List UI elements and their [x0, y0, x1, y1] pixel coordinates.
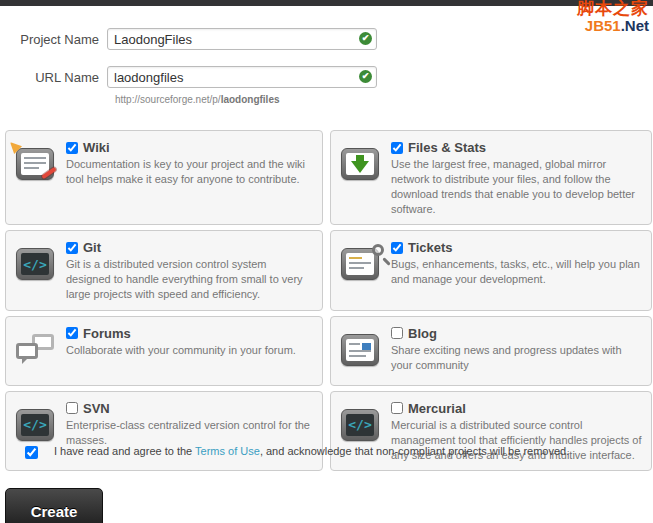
blog-page-icon: [341, 334, 383, 377]
project-name-label: Project Name: [0, 32, 107, 47]
sourceforge-create-project-page: 脚本之家 JB51.Net Project Name ✔ URL Name ✔ …: [0, 0, 653, 523]
url-preview: http://sourceforge.net/p/laodongfiles: [115, 94, 653, 105]
watermark-site-text: JB51.Net: [577, 18, 649, 34]
wiki-title: Wiki: [83, 140, 110, 155]
valid-check-icon: ✔: [359, 70, 372, 83]
jb51-watermark: 脚本之家 JB51.Net: [577, 0, 649, 34]
forums-checkbox[interactable]: [66, 327, 78, 339]
feature-box-files: Files & Stats Use the largest free, mana…: [330, 130, 652, 225]
url-name-input[interactable]: [107, 66, 377, 88]
feature-box-wiki: Wiki Documentation is key to your projec…: [5, 130, 323, 225]
wiki-pencil-icon: [16, 148, 58, 216]
speech-bubbles-icon: [16, 334, 58, 377]
blog-title: Blog: [408, 326, 437, 341]
code-icon: </>: [16, 248, 58, 302]
project-name-input-wrap: ✔: [107, 28, 377, 50]
files-title: Files & Stats: [408, 140, 486, 155]
svn-description: Enterprise-class centralized version con…: [66, 418, 314, 448]
url-name-input-wrap: ✔: [107, 66, 377, 88]
terms-row: I have read and agree to the Terms of Us…: [25, 445, 625, 459]
mercurial-title: Mercurial: [408, 401, 466, 416]
feature-box-tickets: Tickets Bugs, enhancements, tasks, etc.,…: [330, 230, 652, 311]
tickets-checkbox[interactable]: [391, 242, 403, 254]
terms-of-use-link[interactable]: Terms of Use: [195, 445, 260, 457]
project-form: Project Name ✔ URL Name ✔ http://sourcef…: [0, 28, 653, 105]
git-checkbox[interactable]: [66, 242, 78, 254]
url-preview-slug: laodongfiles: [221, 94, 280, 105]
git-description: Git is a distributed version control sys…: [66, 257, 314, 302]
git-title: Git: [83, 240, 101, 255]
valid-check-icon: ✔: [359, 32, 372, 45]
feature-box-svn: </> SVN Enterprise-class centralized ver…: [5, 391, 323, 472]
files-description: Use the largest free, managed, global mi…: [391, 157, 643, 216]
url-name-label: URL Name: [0, 70, 107, 85]
blog-description: Share exciting news and progress updates…: [391, 343, 643, 373]
terms-text: I have read and agree to the Terms of Us…: [54, 445, 569, 457]
wiki-checkbox[interactable]: [66, 142, 78, 154]
blog-checkbox[interactable]: [391, 327, 403, 339]
project-name-row: Project Name ✔: [0, 28, 653, 50]
forums-title: Forums: [83, 326, 131, 341]
top-bar: [0, 0, 653, 6]
terms-checkbox[interactable]: [25, 446, 38, 459]
tickets-title: Tickets: [408, 240, 453, 255]
create-button[interactable]: Create: [5, 488, 103, 523]
feature-grid: Wiki Documentation is key to your projec…: [5, 130, 650, 471]
watermark-chinese-text: 脚本之家: [577, 0, 649, 18]
mercurial-checkbox[interactable]: [391, 402, 403, 414]
files-checkbox[interactable]: [391, 142, 403, 154]
feature-box-blog: Blog Share exciting news and progress up…: [330, 316, 652, 386]
feature-box-git: </> Git Git is a distributed version con…: [5, 230, 323, 311]
feature-box-mercurial: </> Mercurial Mercurial is a distributed…: [330, 391, 652, 472]
download-arrow-icon: [341, 148, 383, 216]
tickets-description: Bugs, enhancements, tasks, etc., will he…: [391, 257, 643, 287]
wiki-description: Documentation is key to your project and…: [66, 157, 314, 187]
forums-description: Collaborate with your community in your …: [66, 343, 314, 358]
svn-checkbox[interactable]: [66, 402, 78, 414]
feature-box-forums: Forums Collaborate with your community i…: [5, 316, 323, 386]
svn-title: SVN: [83, 401, 110, 416]
project-name-input[interactable]: [107, 28, 377, 50]
url-name-row: URL Name ✔: [0, 66, 653, 88]
clipboard-magnifier-icon: [341, 248, 383, 302]
